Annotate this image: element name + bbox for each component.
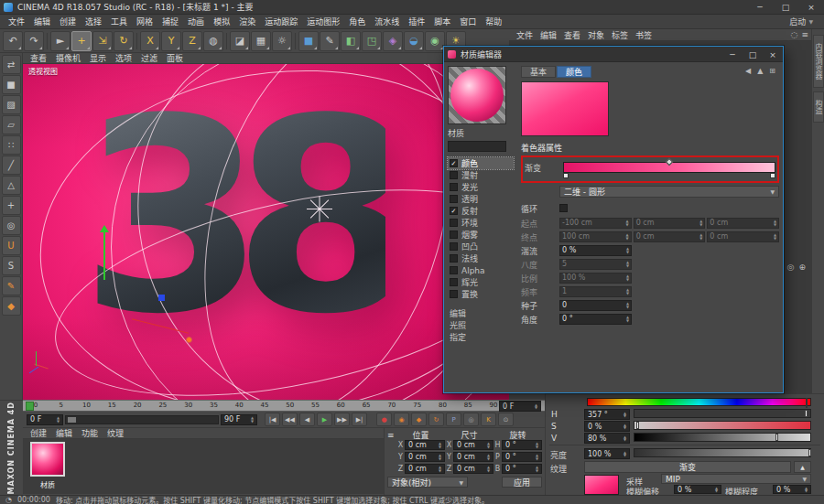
snap-button[interactable]: U — [2, 236, 21, 255]
stepper-icon[interactable]: ▲▼ — [251, 416, 254, 422]
channel-row-9[interactable]: Alpha — [448, 264, 514, 276]
channel-row-7[interactable]: 凹凸 — [448, 241, 514, 252]
dock-tab-1[interactable]: 构造 — [813, 91, 824, 123]
keyframe-selection-button[interactable]: ⊙ — [498, 413, 514, 426]
live-selection-button[interactable]: ► — [50, 31, 70, 51]
object-manager-menu-5[interactable]: 书签 — [632, 29, 656, 41]
stepper-icon[interactable]: ▲▼ — [487, 442, 490, 447]
add-camera-button[interactable]: ◉ — [425, 31, 445, 51]
slider-handle[interactable] — [808, 449, 811, 456]
menu-item-6[interactable]: 捕捉 — [157, 15, 183, 28]
menu-item-2[interactable]: 创建 — [55, 15, 81, 28]
y-axis-lock-button[interactable]: Y — [161, 31, 181, 51]
record-pla-button[interactable]: ◎ — [463, 413, 479, 426]
channel-footer-item-0[interactable]: 编辑 — [448, 307, 514, 319]
material-tab-0[interactable]: 基本 — [521, 66, 556, 78]
enable-axis-button[interactable]: + — [2, 196, 21, 215]
stepper-icon[interactable]: ▲▼ — [57, 416, 60, 422]
hue-field[interactable]: 357 °▲▼ — [584, 409, 630, 420]
menu-item-16[interactable]: 窗口 — [455, 15, 481, 28]
menu-item-14[interactable]: 插件 — [404, 15, 429, 28]
viewport-menu-2[interactable]: 显示 — [86, 52, 110, 64]
add-mograph-button[interactable]: ◳ — [362, 31, 382, 51]
coord-field[interactable]: 0 °▲▼ — [502, 452, 542, 462]
coord-field[interactable]: 0 cm▲▼ — [453, 440, 493, 450]
record-parameter-button[interactable]: P — [446, 413, 461, 426]
menu-item-5[interactable]: 网格 — [132, 15, 157, 28]
autokey-button[interactable]: K — [481, 413, 496, 426]
coordinate-mode-dropdown[interactable]: 对象(相对) ▼ — [387, 477, 468, 488]
channel-checkbox[interactable] — [450, 278, 458, 286]
channel-row-10[interactable]: 辉光 — [448, 276, 514, 288]
texture-shader-button[interactable]: 渐变 — [584, 461, 791, 473]
gradient-type-dropdown[interactable]: 二维 - 圆形 ▼ — [559, 186, 779, 198]
material-name-input[interactable] — [448, 141, 506, 152]
timeline-ruler[interactable]: 051015202530354045505560657075808590 0 F… — [23, 400, 545, 412]
coordinate-system-button[interactable]: ◍ — [203, 31, 223, 51]
filter-icon[interactable]: ≡ — [801, 30, 808, 39]
slider-handle[interactable] — [775, 434, 778, 441]
stepper-icon[interactable]: ▲▼ — [536, 454, 538, 459]
channel-row-3[interactable]: 透明 — [448, 193, 514, 205]
stepper-icon[interactable]: ▲▼ — [623, 424, 626, 429]
pin-icon[interactable]: ⊞ — [769, 67, 775, 75]
hue-spectrum-bar[interactable] — [587, 398, 811, 406]
channel-checkbox[interactable] — [450, 242, 458, 251]
blur-scale-field[interactable]: 0 %▲▼ — [773, 485, 811, 494]
record-rotation-button[interactable]: ↻ — [428, 413, 444, 426]
x-axis-lock-button[interactable]: X — [140, 31, 160, 51]
stepper-icon[interactable]: ▲▼ — [535, 403, 537, 409]
coord-field[interactable]: 0 cm▲▼ — [405, 440, 445, 450]
focus-icon[interactable]: ◎ — [787, 263, 795, 272]
stepper-icon[interactable]: ▲▼ — [623, 412, 626, 417]
dock-tab-0[interactable]: 内容浏览器 — [813, 35, 824, 88]
texture-menu-button[interactable]: ▲ — [794, 461, 811, 473]
channel-checkbox[interactable] — [450, 231, 458, 239]
add-scene-object-button[interactable]: ◒ — [404, 31, 424, 51]
spectrum-handle[interactable] — [806, 398, 808, 408]
channel-checkbox[interactable] — [450, 171, 458, 179]
brush-button[interactable]: ✎ — [2, 276, 21, 295]
menu-item-0[interactable]: 文件 — [4, 15, 29, 28]
record-scale-button[interactable]: ◆ — [411, 413, 427, 426]
record-position-button[interactable]: ◉ — [394, 413, 409, 426]
render-picture-viewer-button[interactable]: ▦ — [251, 31, 271, 51]
stepper-icon[interactable]: ▲▼ — [439, 454, 441, 459]
channel-checkbox[interactable] — [450, 254, 458, 263]
stepper-icon[interactable]: ▲▼ — [715, 487, 718, 492]
channel-row-1[interactable]: 漫射 — [448, 169, 514, 181]
menu-item-7[interactable]: 动画 — [183, 15, 209, 28]
make-editable-button[interactable]: ⇄ — [2, 55, 21, 74]
object-manager-menu-1[interactable]: 编辑 — [537, 29, 560, 41]
material-manager-menu-1[interactable]: 编辑 — [52, 427, 76, 439]
brightness-field[interactable]: 100 %▲▼ — [584, 448, 630, 459]
render-settings-button[interactable]: ☼ — [272, 31, 292, 51]
menu-item-17[interactable]: 帮助 — [481, 15, 506, 28]
apply-button[interactable]: 应用 — [502, 477, 542, 488]
channel-checkbox[interactable] — [450, 290, 458, 298]
points-mode-button[interactable]: ∷ — [2, 135, 21, 155]
back-arrow-icon[interactable]: ◀ — [745, 67, 751, 75]
close-button[interactable]: × — [798, 0, 824, 14]
material-preview-sphere[interactable] — [448, 66, 506, 124]
scale-button[interactable]: ⇲ — [92, 31, 113, 51]
hue-slider[interactable] — [634, 409, 811, 418]
stepper-icon[interactable]: ▲▼ — [623, 451, 626, 456]
channel-footer-item-1[interactable]: 光照 — [448, 319, 514, 331]
record-button[interactable]: ● — [376, 413, 392, 426]
rotate-button[interactable]: ↻ — [114, 31, 134, 51]
sampling-dropdown[interactable]: MIP ▼ — [661, 474, 811, 484]
stepper-icon[interactable]: ▲▼ — [623, 435, 626, 441]
stepper-icon[interactable]: ▲▼ — [536, 466, 538, 471]
viewport-canvas[interactable]: 透视视图 38 — [23, 64, 509, 400]
coord-field[interactable]: 0 cm▲▼ — [405, 452, 445, 462]
material-manager-menu-2[interactable]: 功能 — [78, 427, 102, 439]
viewport-menu-5[interactable]: 面板 — [163, 52, 187, 64]
maximize-button[interactable]: □ — [773, 0, 798, 14]
menu-item-13[interactable]: 流水线 — [370, 15, 404, 28]
up-arrow-icon[interactable]: ▲ — [757, 67, 763, 75]
channel-checkbox[interactable] — [450, 183, 458, 191]
texture-mode-button[interactable]: ▨ — [2, 95, 21, 114]
object-manager-menu-2[interactable]: 查看 — [560, 29, 584, 41]
param-field[interactable]: 0▲▼ — [559, 300, 632, 311]
